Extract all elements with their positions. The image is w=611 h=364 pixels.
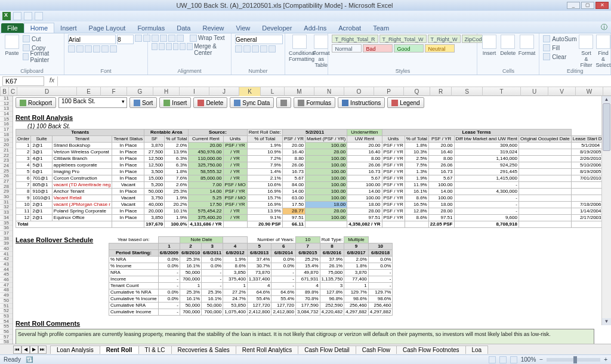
style-bad[interactable]: Bad [363, 44, 393, 53]
align-bot-icon[interactable] [168, 35, 175, 42]
align-mid-icon[interactable] [160, 35, 167, 42]
comma-icon[interactable] [252, 45, 259, 53]
insert-button[interactable]: Insert [159, 97, 191, 108]
font-size-input[interactable] [117, 35, 134, 44]
tab-acrobat[interactable]: Acrobat [332, 23, 367, 33]
table-row[interactable]: 23@1Verizon Wireless CorporatIn Place27,… [16, 149, 612, 156]
table-row[interactable]: % NRA0.0%25.3%0.0%1.9%37.4%0.0%25.2%37.9… [109, 257, 393, 263]
tab-insert[interactable]: Insert [54, 23, 83, 33]
sheet-tab[interactable]: Cash Flow [356, 346, 397, 354]
col-header[interactable]: K [239, 87, 261, 96]
table-row[interactable]: NRA-50,000-3,85073,870-49,87075,0003,870… [109, 270, 393, 276]
qat-save-icon[interactable] [13, 12, 21, 20]
table-row[interactable]: 34@1Citibank BranchIn Place12,5006.3%110… [16, 156, 612, 162]
sheet-tab[interactable]: Loa [465, 346, 489, 354]
nav-next-icon[interactable]: ▶ [30, 346, 38, 354]
col-header[interactable]: Q [404, 87, 430, 96]
tab-file[interactable]: File [1, 23, 24, 33]
minimize-button[interactable]: _ [567, 2, 580, 9]
format-cells-button[interactable]: Format [519, 35, 536, 56]
close-button[interactable]: ✕ [595, 2, 609, 9]
view-break-icon[interactable] [510, 356, 517, 363]
qat-undo-icon[interactable] [24, 12, 32, 20]
tab-addins[interactable]: Add-Ins [298, 23, 332, 33]
formulas-button[interactable]: Formulas [294, 97, 335, 108]
scroll-thumb[interactable] [603, 103, 610, 151]
insert-cells-button[interactable]: Insert [481, 35, 497, 56]
tab-page-layout[interactable]: Page Layout [83, 23, 132, 33]
comments-box[interactable]: Several high profile companies are curre… [16, 329, 594, 346]
scroll-up-icon[interactable]: ▲ [602, 96, 611, 103]
delete-button[interactable]: Delete [193, 97, 227, 108]
legend-button[interactable]: Legend [387, 97, 424, 108]
rockport-button[interactable]: Rockport [16, 97, 56, 108]
name-box[interactable]: K67 [2, 76, 44, 86]
font-name-input[interactable] [68, 35, 116, 44]
conditional-formatting-button[interactable]: Conditional Formatting [289, 35, 310, 62]
autosum-button[interactable]: AutoSum [543, 35, 576, 43]
font-color-icon[interactable] [110, 45, 117, 53]
border-icon[interactable] [93, 45, 100, 53]
table-row[interactable]: 6701@1Corcon ConstructionIn Place15,0007… [16, 175, 612, 182]
table-row[interactable]: Cumulative NRA-50,00050,00053,850127,720… [109, 303, 393, 309]
tab-developer[interactable]: Developer [256, 23, 298, 33]
style-normal[interactable]: Normal [332, 44, 362, 53]
table-row[interactable]: % Income0.0%16.1%0.0%8.6%30.7%0.0%15.4%2… [109, 263, 393, 270]
sheet-tab[interactable]: Loan Analysis [50, 346, 100, 354]
fill-color-icon[interactable] [101, 45, 109, 53]
ribbon-help-icon[interactable]: ⓘ [597, 21, 611, 33]
nav-first-icon[interactable]: ⏮ [13, 346, 21, 354]
format-painter-button[interactable]: Format Painter [23, 53, 60, 61]
indent-inc-icon[interactable] [180, 43, 186, 50]
table-row[interactable]: Tenant Count-1-14-431- [109, 283, 393, 289]
view-normal-icon[interactable] [489, 356, 496, 363]
col-header[interactable]: G [127, 87, 153, 96]
format-as-table-button[interactable]: Format as Table [313, 35, 330, 68]
table-row[interactable]: Cumulative % NRA0.0%25.3%25.3%27.2%64.6%… [109, 289, 393, 296]
col-header[interactable]: X [603, 87, 611, 96]
number-format-select[interactable] [235, 35, 283, 44]
style-swatch[interactable]: T_Right_Total_R [332, 35, 378, 43]
table-row[interactable]: 91010@1Vacant RetailVacant3,7501.9%5.25P… [16, 195, 612, 202]
cut-button[interactable]: Cut [23, 35, 60, 43]
col-header[interactable]: J [209, 87, 239, 96]
zoom-out-button[interactable]: − [539, 356, 543, 363]
fx-button[interactable]: fx [47, 76, 57, 86]
paste-button[interactable]: Paste [4, 35, 20, 56]
tab-team[interactable]: Team [367, 23, 395, 33]
sheet-tab[interactable]: Recoveries & Sales [171, 346, 236, 354]
align-left-icon[interactable] [152, 43, 158, 50]
col-header[interactable]: H [153, 87, 180, 96]
view-layout-icon[interactable] [499, 356, 507, 363]
sheet-tab[interactable]: TI & LC [138, 346, 172, 354]
find-select-button[interactable]: Find & Select [595, 35, 610, 68]
col-header[interactable]: C [9, 87, 17, 96]
table-row[interactable]: 56@1Imaging ProIn Place3,5001.8%58,555.3… [16, 169, 612, 175]
worksheet-content[interactable]: Rockport 100 Back St. Sort Insert Delete… [13, 96, 611, 346]
qat-redo-icon[interactable] [35, 12, 43, 20]
italic-icon[interactable] [76, 45, 84, 53]
tab-data[interactable]: Data [171, 23, 196, 33]
sheet-tab[interactable]: Rent Roll Analytics [236, 346, 298, 354]
inc-dec-icon[interactable] [260, 45, 267, 53]
col-header[interactable]: E [77, 87, 101, 96]
col-header[interactable]: I [180, 87, 209, 96]
col-header[interactable]: P [374, 87, 404, 96]
table-row[interactable]: Cumulative % Income0.0%16.1%16.1%24.7%55… [109, 296, 393, 303]
table-row[interactable]: 8910@1Anchor TenantIn Place50,00025.3%14… [16, 189, 612, 195]
style-swatch[interactable]: T_Right_W [428, 35, 461, 43]
tab-home[interactable]: Home [24, 23, 54, 33]
align-center-icon[interactable] [159, 43, 165, 50]
instructions-button[interactable]: Instructions [338, 97, 385, 108]
nav-last-icon[interactable]: ⏭ [38, 346, 47, 354]
bold-icon[interactable] [68, 45, 75, 53]
address-select[interactable]: 100 Back St. [58, 97, 127, 108]
sheet-tab[interactable]: Cash Flow Detail [298, 346, 356, 354]
col-header[interactable]: L [261, 87, 285, 96]
indent-dec-icon[interactable] [173, 43, 179, 50]
currency-icon[interactable] [235, 45, 242, 53]
col-header[interactable]: D [17, 87, 77, 96]
table-row[interactable]: 102@1vacant (JPMorgan Chase rVacant40,00… [16, 202, 612, 208]
align-right-icon[interactable] [166, 43, 172, 50]
align-top-icon[interactable] [152, 35, 159, 42]
